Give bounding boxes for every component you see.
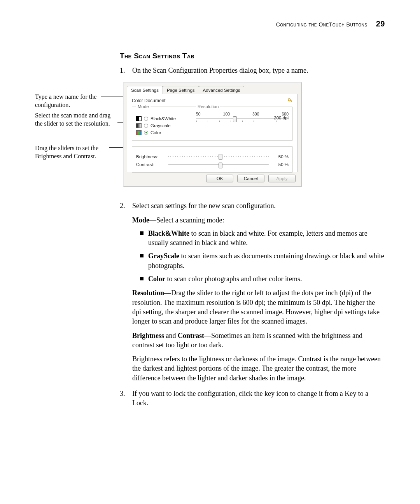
callout-brightness: Drag the sliders to set the Brightness a…: [35, 144, 117, 161]
step-3: 3. If you want to lock the configuration…: [120, 389, 385, 408]
svg-rect-1: [290, 101, 292, 102]
contrast-value: 50 %: [273, 162, 289, 167]
square-bullet-icon: [140, 254, 144, 257]
chapter-title: Configuring the OneTouch Buttons: [276, 21, 368, 28]
contrast-slider[interactable]: [168, 164, 269, 165]
callout-mode: Select the scan mode and drag the slider…: [35, 112, 117, 128]
bullet-bw: Black&White to scan in black and white. …: [140, 229, 385, 248]
section-title: The Scan Settings Tab: [120, 52, 385, 60]
resolution-value: 200 dpi: [274, 116, 289, 120]
cancel-button[interactable]: Cancel: [237, 175, 264, 182]
square-bullet-icon: [140, 231, 144, 235]
mode-intro: Mode—Select a scanning mode:: [132, 215, 385, 225]
bullet-gray: GrayScale to scan items such as document…: [140, 251, 385, 270]
ok-button[interactable]: OK: [206, 175, 233, 182]
resolution-group-label: Resolution: [196, 104, 220, 109]
brightness-slider[interactable]: [168, 156, 269, 157]
bw-icon: [136, 116, 142, 121]
figure: Type a new name for the configuration. S…: [35, 82, 385, 191]
tab-page-settings[interactable]: Page Settings: [163, 86, 199, 94]
bc-para2: Brightness refers to the lightness or da…: [132, 354, 385, 383]
step-1: 1. On the Scan Configuration Properties …: [120, 66, 385, 75]
tab-advanced-settings[interactable]: Advanced Settings: [199, 86, 245, 94]
config-name[interactable]: Color Document: [132, 98, 166, 103]
mode-bw-radio[interactable]: Black&White: [136, 116, 191, 121]
brightness-label: Brightness:: [136, 154, 164, 159]
svg-rect-2: [291, 101, 292, 102]
callout-name: Type a new name for the configuration.: [35, 93, 117, 109]
key-icon[interactable]: [287, 98, 293, 103]
square-bullet-icon: [140, 277, 144, 280]
mode-gray-radio[interactable]: Grayscale: [136, 123, 191, 128]
apply-button[interactable]: Apply: [268, 175, 296, 182]
scan-properties-dialog: Scan Settings Page Settings Advanced Set…: [123, 82, 302, 187]
contrast-label: Contrast:: [136, 162, 164, 167]
page-number: 29: [376, 19, 385, 28]
color-icon: [136, 130, 142, 135]
step-2: 2. Select scan settings for the new scan…: [120, 201, 385, 210]
bullet-color: Color to scan color photographs and othe…: [140, 274, 385, 284]
grayscale-icon: [136, 123, 142, 128]
tab-scan-settings[interactable]: Scan Settings: [127, 86, 163, 94]
bc-para1: Brightness and Contrast—Sometimes an ite…: [132, 331, 385, 350]
brightness-value: 50 %: [273, 154, 289, 159]
page-header: Configuring the OneTouch Buttons 29: [35, 19, 385, 28]
resolution-para: Resolution—Drag the slider to the right …: [132, 288, 385, 326]
mode-color-radio[interactable]: Color: [136, 130, 191, 135]
mode-group-label: Mode: [136, 104, 150, 109]
